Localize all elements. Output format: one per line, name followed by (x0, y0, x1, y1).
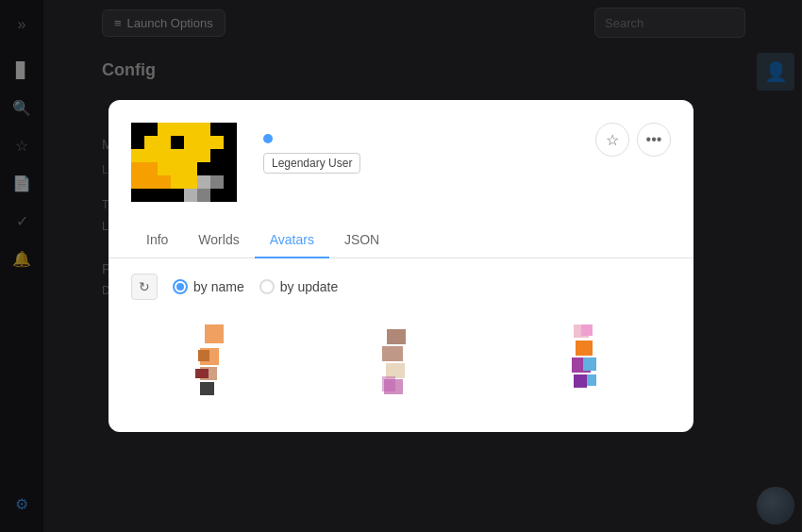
pixel-cell (158, 123, 171, 136)
pixel-cell (131, 162, 144, 175)
pixel-cell (224, 162, 237, 175)
pixel-cell (171, 189, 184, 202)
svg-rect-17 (587, 374, 596, 386)
more-button[interactable]: ••• (637, 123, 671, 157)
tab-info[interactable]: Info (131, 223, 183, 258)
pixel-cell (131, 189, 144, 202)
pixel-cell (224, 149, 237, 162)
svg-rect-10 (382, 376, 395, 391)
pixel-cell (197, 136, 210, 149)
pixel-cell (171, 136, 184, 149)
user-avatar (131, 123, 244, 208)
svg-rect-2 (198, 350, 209, 361)
pixel-cell (210, 175, 224, 189)
pixel-cell (224, 175, 237, 189)
pixel-cell (171, 123, 184, 136)
pixel-cell (144, 175, 158, 189)
avatar-card-3[interactable] (496, 315, 671, 409)
pixel-cell (184, 175, 197, 189)
pixel-cell (184, 162, 197, 175)
pixel-cell (210, 123, 224, 136)
pixel-cell (171, 149, 184, 162)
sort-by-update-radio[interactable] (259, 279, 275, 294)
modal-action-buttons: ☆ ••• (595, 123, 671, 157)
pixel-cell (158, 149, 171, 162)
pixel-cell (184, 123, 197, 136)
modal-overlay: Legendary User ☆ ••• Info Worlds Avatars (0, 0, 802, 532)
pixel-cell (171, 162, 184, 175)
avatar-card-1[interactable] (131, 315, 306, 409)
svg-rect-12 (581, 324, 593, 336)
profile-tabs: Info Worlds Avatars JSON (109, 223, 693, 258)
svg-rect-4 (195, 369, 209, 378)
tab-avatars[interactable]: Avatars (255, 223, 329, 258)
pixel-cell (184, 136, 197, 149)
pixel-cell (131, 149, 144, 162)
pixel-cell (197, 189, 210, 202)
sort-controls: ↻ by name by update (131, 274, 671, 300)
pixel-cell (197, 162, 210, 175)
pixel-cell (144, 162, 158, 175)
star-icon: ☆ (606, 131, 619, 149)
modal-header: Legendary User ☆ ••• (109, 100, 693, 208)
pixel-cell (144, 123, 158, 136)
pixel-cell (144, 149, 158, 162)
pixel-cell (131, 136, 144, 149)
sort-by-name-radio[interactable] (173, 279, 188, 294)
svg-rect-8 (386, 363, 405, 378)
pixel-cell (197, 123, 210, 136)
svg-rect-13 (576, 341, 593, 356)
pixel-cell (224, 189, 237, 202)
svg-rect-6 (387, 329, 406, 344)
pixel-cell (171, 175, 184, 189)
refresh-icon: ↻ (139, 279, 150, 294)
pixel-cell (210, 189, 224, 202)
pixel-cell (158, 136, 171, 149)
pixel-cell (197, 149, 210, 162)
pixel-cell (131, 175, 144, 189)
sort-by-name-option[interactable]: by name (173, 279, 244, 294)
pixel-cell (210, 162, 224, 175)
avatars-grid (131, 315, 671, 409)
pixel-cell (184, 149, 197, 162)
pixel-cell (144, 189, 158, 202)
modal-body: ↻ by name by update (109, 258, 693, 432)
svg-rect-5 (200, 382, 214, 395)
user-badge: Legendary User (263, 153, 360, 174)
user-profile-modal: Legendary User ☆ ••• Info Worlds Avatars (109, 100, 693, 432)
svg-rect-7 (382, 346, 403, 361)
svg-rect-0 (205, 324, 224, 343)
more-icon: ••• (646, 131, 662, 148)
pixel-cell (158, 189, 171, 202)
pixel-cell (224, 123, 237, 136)
pixel-cell (144, 136, 158, 149)
pixel-cell (210, 136, 224, 149)
sort-by-update-option[interactable]: by update (259, 279, 339, 294)
tab-worlds[interactable]: Worlds (183, 223, 254, 258)
pixel-cell (158, 162, 171, 175)
refresh-button[interactable]: ↻ (131, 274, 158, 300)
tab-json[interactable]: JSON (329, 223, 394, 258)
star-button[interactable]: ☆ (595, 123, 629, 157)
svg-rect-15 (583, 357, 596, 371)
svg-rect-16 (574, 374, 587, 388)
online-indicator (263, 134, 273, 143)
avatar-card-2[interactable] (313, 315, 488, 409)
pixel-cell (210, 149, 224, 162)
pixel-cell (158, 175, 171, 189)
pixel-cell (184, 189, 197, 202)
pixel-cell (197, 175, 210, 189)
pixel-cell (131, 123, 144, 136)
pixel-cell (224, 136, 237, 149)
